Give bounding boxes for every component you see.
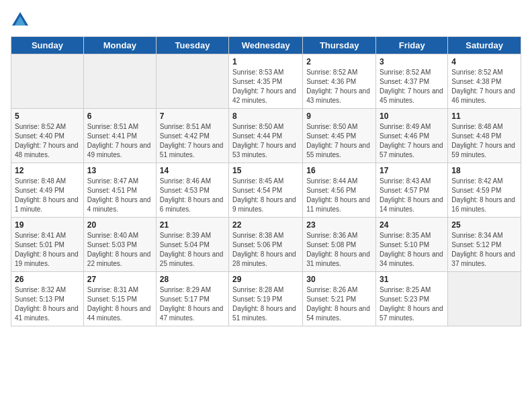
day-number: 16 <box>306 166 372 175</box>
day-number: 7 <box>160 111 225 121</box>
day-number: 18 <box>451 166 517 175</box>
day-info: Sunrise: 8:29 AMSunset: 5:17 PMDaylight:… <box>160 285 225 323</box>
day-number: 26 <box>15 275 80 284</box>
weekday-header-sunday: Sunday <box>11 37 84 54</box>
weekday-header-monday: Monday <box>83 37 156 54</box>
week-row-5: 26Sunrise: 8:32 AMSunset: 5:13 PMDayligh… <box>11 272 521 326</box>
day-number: 8 <box>232 111 299 121</box>
calendar-cell: 30Sunrise: 8:26 AMSunset: 5:21 PMDayligh… <box>303 272 376 326</box>
calendar-cell: 26Sunrise: 8:32 AMSunset: 5:13 PMDayligh… <box>11 272 84 326</box>
calendar-cell: 11Sunrise: 8:48 AMSunset: 4:48 PMDayligh… <box>448 109 521 163</box>
calendar-cell: 23Sunrise: 8:36 AMSunset: 5:08 PMDayligh… <box>303 218 376 272</box>
weekday-header-tuesday: Tuesday <box>156 37 228 54</box>
day-info: Sunrise: 8:50 AMSunset: 4:45 PMDaylight:… <box>306 122 372 160</box>
calendar-cell: 2Sunrise: 8:52 AMSunset: 4:36 PMDaylight… <box>303 54 376 109</box>
calendar-cell: 24Sunrise: 8:35 AMSunset: 5:10 PMDayligh… <box>376 218 448 272</box>
calendar-cell: 28Sunrise: 8:29 AMSunset: 5:17 PMDayligh… <box>156 272 228 326</box>
day-info: Sunrise: 8:36 AMSunset: 5:08 PMDaylight:… <box>306 231 372 269</box>
day-info: Sunrise: 8:52 AMSunset: 4:40 PMDaylight:… <box>15 122 80 160</box>
calendar-cell: 31Sunrise: 8:25 AMSunset: 5:23 PMDayligh… <box>376 272 448 326</box>
day-info: Sunrise: 8:40 AMSunset: 5:03 PMDaylight:… <box>87 231 152 269</box>
day-number: 13 <box>87 166 152 175</box>
logo <box>11 11 32 30</box>
day-info: Sunrise: 8:47 AMSunset: 4:51 PMDaylight:… <box>87 177 152 214</box>
day-info: Sunrise: 8:53 AMSunset: 4:35 PMDaylight:… <box>232 68 299 105</box>
calendar-cell: 10Sunrise: 8:49 AMSunset: 4:46 PMDayligh… <box>376 109 448 163</box>
day-info: Sunrise: 8:52 AMSunset: 4:38 PMDaylight:… <box>451 68 517 105</box>
day-number: 19 <box>15 220 80 230</box>
day-number: 17 <box>380 166 444 175</box>
calendar-cell: 5Sunrise: 8:52 AMSunset: 4:40 PMDaylight… <box>11 109 84 163</box>
calendar-cell: 3Sunrise: 8:52 AMSunset: 4:37 PMDaylight… <box>376 54 448 109</box>
calendar-cell: 15Sunrise: 8:45 AMSunset: 4:54 PMDayligh… <box>229 163 303 218</box>
calendar-cell: 25Sunrise: 8:34 AMSunset: 5:12 PMDayligh… <box>448 218 521 272</box>
day-info: Sunrise: 8:35 AMSunset: 5:10 PMDaylight:… <box>380 231 444 269</box>
day-info: Sunrise: 8:51 AMSunset: 4:42 PMDaylight:… <box>160 122 225 160</box>
weekday-header-thursday: Thursday <box>303 37 376 54</box>
weekday-header-row: SundayMondayTuesdayWednesdayThursdayFrid… <box>11 37 521 54</box>
day-info: Sunrise: 8:34 AMSunset: 5:12 PMDaylight:… <box>451 231 517 269</box>
page-header <box>11 11 521 30</box>
day-number: 28 <box>160 275 225 284</box>
day-number: 23 <box>306 220 372 230</box>
week-row-3: 12Sunrise: 8:48 AMSunset: 4:49 PMDayligh… <box>11 163 521 218</box>
day-number: 24 <box>380 220 444 230</box>
day-number: 1 <box>232 57 299 66</box>
day-info: Sunrise: 8:28 AMSunset: 5:19 PMDaylight:… <box>232 285 299 323</box>
calendar-cell <box>448 272 521 326</box>
week-row-1: 1Sunrise: 8:53 AMSunset: 4:35 PMDaylight… <box>11 54 521 109</box>
day-info: Sunrise: 8:31 AMSunset: 5:15 PMDaylight:… <box>87 285 152 323</box>
day-number: 2 <box>306 57 372 66</box>
calendar-cell <box>156 54 228 109</box>
day-number: 9 <box>306 111 372 121</box>
day-number: 4 <box>451 57 517 66</box>
calendar-cell: 7Sunrise: 8:51 AMSunset: 4:42 PMDaylight… <box>156 109 228 163</box>
week-row-2: 5Sunrise: 8:52 AMSunset: 4:40 PMDaylight… <box>11 109 521 163</box>
week-row-4: 19Sunrise: 8:41 AMSunset: 5:01 PMDayligh… <box>11 218 521 272</box>
calendar-cell: 29Sunrise: 8:28 AMSunset: 5:19 PMDayligh… <box>229 272 303 326</box>
calendar-cell: 14Sunrise: 8:46 AMSunset: 4:53 PMDayligh… <box>156 163 228 218</box>
day-info: Sunrise: 8:42 AMSunset: 4:59 PMDaylight:… <box>451 177 517 214</box>
calendar-cell: 19Sunrise: 8:41 AMSunset: 5:01 PMDayligh… <box>11 218 84 272</box>
weekday-header-friday: Friday <box>376 37 448 54</box>
day-number: 21 <box>160 220 225 230</box>
day-info: Sunrise: 8:43 AMSunset: 4:57 PMDaylight:… <box>380 177 444 214</box>
day-number: 11 <box>451 111 517 121</box>
calendar-cell: 18Sunrise: 8:42 AMSunset: 4:59 PMDayligh… <box>448 163 521 218</box>
day-number: 10 <box>380 111 444 121</box>
day-number: 12 <box>15 166 80 175</box>
day-info: Sunrise: 8:50 AMSunset: 4:44 PMDaylight:… <box>232 122 299 160</box>
day-number: 3 <box>380 57 444 66</box>
day-number: 27 <box>87 275 152 284</box>
day-info: Sunrise: 8:39 AMSunset: 5:04 PMDaylight:… <box>160 231 225 269</box>
day-info: Sunrise: 8:52 AMSunset: 4:36 PMDaylight:… <box>306 68 372 105</box>
day-info: Sunrise: 8:48 AMSunset: 4:49 PMDaylight:… <box>15 177 80 214</box>
calendar-cell: 27Sunrise: 8:31 AMSunset: 5:15 PMDayligh… <box>83 272 156 326</box>
day-number: 5 <box>15 111 80 121</box>
day-number: 31 <box>380 275 444 284</box>
logo-icon <box>11 11 30 30</box>
day-number: 29 <box>232 275 299 284</box>
calendar-cell: 16Sunrise: 8:44 AMSunset: 4:56 PMDayligh… <box>303 163 376 218</box>
day-info: Sunrise: 8:49 AMSunset: 4:46 PMDaylight:… <box>380 122 444 160</box>
day-number: 20 <box>87 220 152 230</box>
day-info: Sunrise: 8:25 AMSunset: 5:23 PMDaylight:… <box>380 285 444 323</box>
calendar-cell: 6Sunrise: 8:51 AMSunset: 4:41 PMDaylight… <box>83 109 156 163</box>
calendar-cell: 20Sunrise: 8:40 AMSunset: 5:03 PMDayligh… <box>83 218 156 272</box>
calendar-cell: 8Sunrise: 8:50 AMSunset: 4:44 PMDaylight… <box>229 109 303 163</box>
calendar-cell: 12Sunrise: 8:48 AMSunset: 4:49 PMDayligh… <box>11 163 84 218</box>
calendar-cell: 17Sunrise: 8:43 AMSunset: 4:57 PMDayligh… <box>376 163 448 218</box>
day-info: Sunrise: 8:38 AMSunset: 5:06 PMDaylight:… <box>232 231 299 269</box>
day-info: Sunrise: 8:44 AMSunset: 4:56 PMDaylight:… <box>306 177 372 214</box>
calendar-cell: 1Sunrise: 8:53 AMSunset: 4:35 PMDaylight… <box>229 54 303 109</box>
day-number: 14 <box>160 166 225 175</box>
calendar-cell: 9Sunrise: 8:50 AMSunset: 4:45 PMDaylight… <box>303 109 376 163</box>
day-info: Sunrise: 8:32 AMSunset: 5:13 PMDaylight:… <box>15 285 80 323</box>
weekday-header-saturday: Saturday <box>448 37 521 54</box>
day-number: 30 <box>306 275 372 284</box>
calendar-cell <box>11 54 84 109</box>
calendar-cell: 13Sunrise: 8:47 AMSunset: 4:51 PMDayligh… <box>83 163 156 218</box>
calendar-cell <box>83 54 156 109</box>
day-info: Sunrise: 8:45 AMSunset: 4:54 PMDaylight:… <box>232 177 299 214</box>
day-number: 15 <box>232 166 299 175</box>
